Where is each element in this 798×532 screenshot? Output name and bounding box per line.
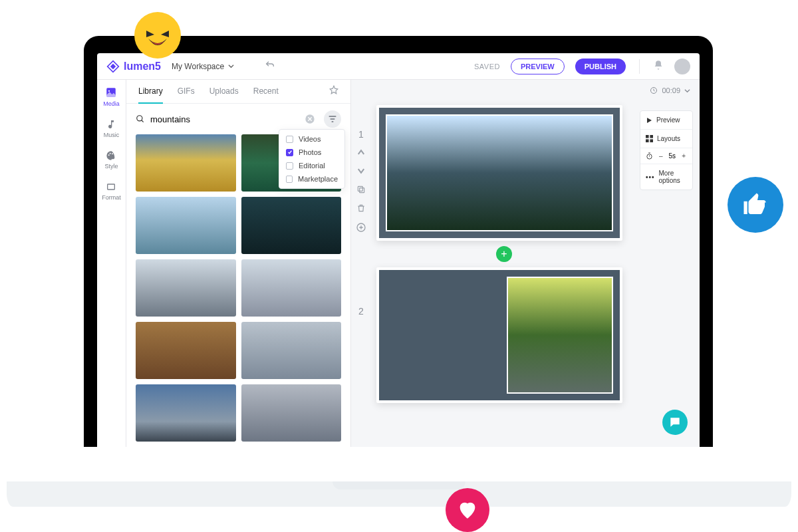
media-thumb[interactable] [136,197,236,254]
publish-button[interactable]: PUBLISH [575,59,626,74]
svg-rect-15 [650,139,653,142]
media-thumb[interactable] [241,197,342,254]
duration-minus[interactable]: – [658,152,664,160]
svg-rect-13 [650,135,653,138]
move-down-icon[interactable] [355,165,367,180]
filter-marketplace[interactable]: Marketplace [286,175,338,183]
laptop-frame: lumen5 My Workspace SAVED PREVIEW PUBLIS… [84,36,713,447]
slide-media[interactable] [507,277,613,394]
rail-music[interactable]: Music [104,119,120,138]
move-up-icon[interactable] [355,146,367,161]
slide-gutter: 1 2 [351,80,371,447]
tab-favorites[interactable] [329,80,338,104]
svg-rect-9 [360,188,364,193]
filter-photos[interactable]: Photos [286,148,338,156]
media-thumb[interactable] [241,384,342,442]
media-thumb[interactable] [241,322,342,379]
tab-library[interactable]: Library [138,80,163,104]
media-thumb[interactable] [136,134,236,192]
slide[interactable] [376,267,622,403]
workspace-dropdown[interactable]: My Workspace [172,62,234,71]
search-input[interactable] [136,114,296,124]
filter-videos[interactable]: Videos [286,135,338,143]
search-icon [136,114,145,124]
media-thumb[interactable] [241,259,342,317]
svg-rect-12 [646,135,649,138]
timer-icon [646,152,653,160]
media-thumb[interactable] [136,384,236,442]
add-circle-icon[interactable] [354,221,368,237]
svg-point-4 [112,153,113,154]
delete-icon[interactable] [355,202,367,217]
tab-uploads[interactable]: Uploads [209,80,239,104]
duration-plus[interactable]: + [680,152,687,160]
more-options-button[interactable]: ••• More options [640,164,692,190]
filter-icon[interactable] [324,110,341,128]
avatar[interactable] [674,59,690,74]
laughing-emoji-icon [134,12,181,59]
duration-value: 5s [669,152,676,160]
layouts-button[interactable]: Layouts [640,130,692,148]
slide-number: 1 [358,129,364,140]
tab-gifs[interactable]: GIFs [178,80,195,104]
svg-rect-10 [358,186,362,191]
slide[interactable] [376,105,622,241]
rail-style[interactable]: Style [104,150,118,170]
clear-search-icon[interactable] [301,110,319,128]
tab-recent[interactable]: Recent [253,80,279,104]
media-panel: Library GIFs Uploads Recent [126,80,351,447]
slide-actions-panel: Preview Layouts – 5s + ••• More options [640,110,693,190]
laptop-base [7,481,791,507]
bell-icon[interactable] [653,60,664,72]
chat-icon[interactable] [662,410,688,435]
canvas-area: 00:09 1 2 + [351,80,700,447]
slide-media[interactable] [386,114,613,231]
preview-button[interactable]: PREVIEW [511,59,565,74]
filter-editorial[interactable]: Editorial [286,162,338,170]
media-thumb[interactable] [136,259,236,317]
svg-point-1 [108,90,110,92]
rail-format[interactable]: Format [102,182,121,201]
app-header: lumen5 My Workspace SAVED PREVIEW PUBLIS… [97,53,700,80]
duration-control: – 5s + [640,148,692,164]
svg-rect-14 [646,139,649,142]
left-rail: Media Music Style Format [97,80,126,447]
saved-label: SAVED [474,63,500,70]
svg-point-3 [110,153,111,154]
slide-preview-button[interactable]: Preview [640,111,692,130]
filter-popover: Videos Photos Editorial Marketplace [279,129,345,189]
media-tabs: Library GIFs Uploads Recent [126,80,350,104]
media-thumb[interactable] [136,322,236,379]
brand-logo: lumen5 [106,60,161,73]
svg-rect-5 [108,184,115,190]
slide-number: 2 [358,306,364,317]
svg-point-2 [108,154,110,156]
thumbs-up-icon [728,177,783,233]
heart-icon [446,488,489,532]
undo-icon[interactable] [265,60,275,72]
svg-point-6 [137,116,142,121]
add-slide-button[interactable]: + [496,246,512,262]
copy-icon[interactable] [355,184,367,198]
rail-media[interactable]: Media [103,86,120,107]
